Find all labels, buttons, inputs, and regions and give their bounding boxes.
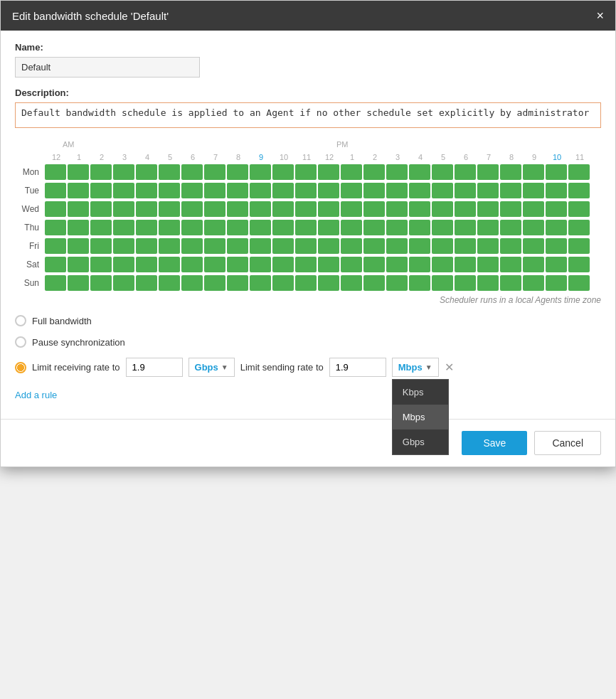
- time-cell-tue-8[interactable]: [227, 183, 248, 198]
- time-cell-sun-4[interactable]: [136, 275, 157, 291]
- time-cell-mon-2[interactable]: [90, 164, 112, 180]
- time-cell-wed-9[interactable]: [250, 201, 271, 217]
- time-cell-tue-9[interactable]: [250, 183, 271, 198]
- time-cell-sat-16[interactable]: [409, 257, 430, 272]
- time-cell-fri-11[interactable]: [295, 238, 317, 254]
- time-cell-sat-23[interactable]: [568, 257, 590, 272]
- time-cell-mon-21[interactable]: [523, 164, 544, 180]
- time-cell-thu-15[interactable]: [386, 220, 408, 235]
- unit-option-mbps[interactable]: Mbps: [393, 405, 448, 429]
- time-cell-sat-5[interactable]: [159, 257, 180, 272]
- time-cell-thu-16[interactable]: [409, 220, 430, 235]
- time-cell-wed-14[interactable]: [363, 201, 385, 217]
- time-cell-sun-0[interactable]: [45, 275, 66, 291]
- time-cell-thu-23[interactable]: [568, 220, 590, 235]
- time-cell-mon-22[interactable]: [546, 164, 567, 180]
- time-cell-fri-3[interactable]: [113, 238, 134, 254]
- time-cell-wed-21[interactable]: [523, 201, 544, 217]
- time-cell-wed-6[interactable]: [181, 201, 203, 217]
- time-cell-fri-0[interactable]: [45, 238, 66, 254]
- time-cell-fri-9[interactable]: [250, 238, 271, 254]
- time-cell-wed-18[interactable]: [455, 201, 476, 217]
- time-cell-thu-9[interactable]: [250, 220, 271, 235]
- time-cell-wed-19[interactable]: [477, 201, 499, 217]
- receiving-rate-input[interactable]: [126, 358, 183, 377]
- time-cell-sun-2[interactable]: [90, 275, 112, 291]
- time-cell-fri-19[interactable]: [477, 238, 499, 254]
- time-cell-mon-12[interactable]: [318, 164, 339, 180]
- time-cell-sun-20[interactable]: [500, 275, 521, 291]
- time-cell-wed-1[interactable]: [68, 201, 89, 217]
- time-cell-tue-2[interactable]: [90, 183, 112, 198]
- time-cell-thu-21[interactable]: [523, 220, 544, 235]
- time-cell-mon-19[interactable]: [477, 164, 499, 180]
- time-cell-sun-12[interactable]: [318, 275, 339, 291]
- time-cell-fri-5[interactable]: [159, 238, 180, 254]
- time-cell-fri-12[interactable]: [318, 238, 339, 254]
- time-cell-tue-22[interactable]: [546, 183, 567, 198]
- time-cell-mon-13[interactable]: [341, 164, 362, 180]
- time-cell-sun-15[interactable]: [386, 275, 408, 291]
- time-cell-thu-10[interactable]: [272, 220, 294, 235]
- time-cell-wed-8[interactable]: [227, 201, 248, 217]
- time-cell-mon-7[interactable]: [204, 164, 225, 180]
- time-cell-mon-10[interactable]: [272, 164, 294, 180]
- time-cell-sat-7[interactable]: [204, 257, 225, 272]
- time-cell-wed-20[interactable]: [500, 201, 521, 217]
- time-cell-wed-3[interactable]: [113, 201, 134, 217]
- time-cell-tue-18[interactable]: [455, 183, 476, 198]
- time-cell-sun-17[interactable]: [432, 275, 453, 291]
- time-cell-wed-5[interactable]: [159, 201, 180, 217]
- time-cell-mon-18[interactable]: [455, 164, 476, 180]
- time-cell-wed-13[interactable]: [341, 201, 362, 217]
- time-cell-sun-10[interactable]: [272, 275, 294, 291]
- time-cell-sat-6[interactable]: [181, 257, 203, 272]
- time-cell-tue-0[interactable]: [45, 183, 66, 198]
- time-cell-sat-19[interactable]: [477, 257, 499, 272]
- time-cell-wed-17[interactable]: [432, 201, 453, 217]
- time-cell-sun-21[interactable]: [523, 275, 544, 291]
- time-cell-sat-3[interactable]: [113, 257, 134, 272]
- time-cell-tue-23[interactable]: [568, 183, 590, 198]
- time-cell-mon-8[interactable]: [227, 164, 248, 180]
- time-cell-thu-11[interactable]: [295, 220, 317, 235]
- time-cell-tue-16[interactable]: [409, 183, 430, 198]
- time-cell-tue-11[interactable]: [295, 183, 317, 198]
- time-cell-tue-3[interactable]: [113, 183, 134, 198]
- time-cell-sat-22[interactable]: [546, 257, 567, 272]
- time-cell-sun-18[interactable]: [455, 275, 476, 291]
- close-button[interactable]: ×: [596, 9, 604, 22]
- time-cell-tue-10[interactable]: [272, 183, 294, 198]
- time-cell-wed-10[interactable]: [272, 201, 294, 217]
- time-cell-sat-8[interactable]: [227, 257, 248, 272]
- time-cell-mon-20[interactable]: [500, 164, 521, 180]
- time-cell-sun-5[interactable]: [159, 275, 180, 291]
- time-cell-sun-14[interactable]: [363, 275, 385, 291]
- time-cell-fri-20[interactable]: [500, 238, 521, 254]
- time-cell-mon-6[interactable]: [181, 164, 203, 180]
- time-cell-mon-23[interactable]: [568, 164, 590, 180]
- time-cell-thu-3[interactable]: [113, 220, 134, 235]
- time-cell-mon-5[interactable]: [159, 164, 180, 180]
- time-cell-wed-16[interactable]: [409, 201, 430, 217]
- time-cell-fri-2[interactable]: [90, 238, 112, 254]
- time-cell-fri-13[interactable]: [341, 238, 362, 254]
- time-cell-sat-14[interactable]: [363, 257, 385, 272]
- limit-rate-radio[interactable]: [15, 362, 26, 373]
- time-cell-sat-1[interactable]: [68, 257, 89, 272]
- time-cell-sun-16[interactable]: [409, 275, 430, 291]
- time-cell-thu-5[interactable]: [159, 220, 180, 235]
- time-cell-mon-11[interactable]: [295, 164, 317, 180]
- time-cell-fri-10[interactable]: [272, 238, 294, 254]
- add-rule-link[interactable]: Add a rule: [15, 390, 57, 400]
- time-cell-fri-22[interactable]: [546, 238, 567, 254]
- time-cell-sun-11[interactable]: [295, 275, 317, 291]
- time-cell-mon-1[interactable]: [68, 164, 89, 180]
- time-cell-tue-5[interactable]: [159, 183, 180, 198]
- name-input[interactable]: [15, 57, 200, 78]
- time-cell-sat-2[interactable]: [90, 257, 112, 272]
- time-cell-sun-22[interactable]: [546, 275, 567, 291]
- time-cell-thu-18[interactable]: [455, 220, 476, 235]
- time-cell-fri-16[interactable]: [409, 238, 430, 254]
- time-cell-wed-4[interactable]: [136, 201, 157, 217]
